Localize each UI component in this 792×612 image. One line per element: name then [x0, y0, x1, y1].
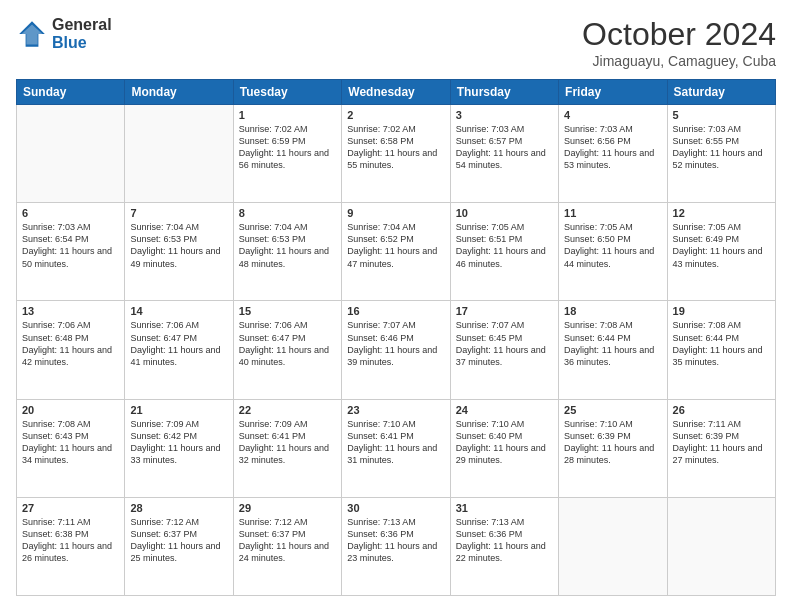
week-row-1: 1Sunrise: 7:02 AMSunset: 6:59 PMDaylight… — [17, 105, 776, 203]
day-number: 1 — [239, 109, 336, 121]
day-number: 14 — [130, 305, 227, 317]
logo-icon — [16, 18, 48, 50]
day-number: 21 — [130, 404, 227, 416]
week-row-5: 27Sunrise: 7:11 AMSunset: 6:38 PMDayligh… — [17, 497, 776, 595]
day-number: 12 — [673, 207, 770, 219]
cell-5-7 — [667, 497, 775, 595]
day-number: 19 — [673, 305, 770, 317]
day-number: 28 — [130, 502, 227, 514]
cell-content: Sunrise: 7:03 AMSunset: 6:55 PMDaylight:… — [673, 123, 770, 172]
week-row-3: 13Sunrise: 7:06 AMSunset: 6:48 PMDayligh… — [17, 301, 776, 399]
cell-2-1: 6Sunrise: 7:03 AMSunset: 6:54 PMDaylight… — [17, 203, 125, 301]
cell-4-5: 24Sunrise: 7:10 AMSunset: 6:40 PMDayligh… — [450, 399, 558, 497]
cell-content: Sunrise: 7:03 AMSunset: 6:54 PMDaylight:… — [22, 221, 119, 270]
cell-5-3: 29Sunrise: 7:12 AMSunset: 6:37 PMDayligh… — [233, 497, 341, 595]
cell-content: Sunrise: 7:10 AMSunset: 6:41 PMDaylight:… — [347, 418, 444, 467]
cell-content: Sunrise: 7:08 AMSunset: 6:44 PMDaylight:… — [673, 319, 770, 368]
logo-general-text: General — [52, 16, 112, 34]
day-number: 26 — [673, 404, 770, 416]
cell-1-4: 2Sunrise: 7:02 AMSunset: 6:58 PMDaylight… — [342, 105, 450, 203]
day-number: 9 — [347, 207, 444, 219]
cell-1-5: 3Sunrise: 7:03 AMSunset: 6:57 PMDaylight… — [450, 105, 558, 203]
header-row: Sunday Monday Tuesday Wednesday Thursday… — [17, 80, 776, 105]
month-title: October 2024 — [582, 16, 776, 53]
cell-content: Sunrise: 7:10 AMSunset: 6:40 PMDaylight:… — [456, 418, 553, 467]
col-thursday: Thursday — [450, 80, 558, 105]
cell-content: Sunrise: 7:09 AMSunset: 6:42 PMDaylight:… — [130, 418, 227, 467]
cell-2-2: 7Sunrise: 7:04 AMSunset: 6:53 PMDaylight… — [125, 203, 233, 301]
cell-content: Sunrise: 7:10 AMSunset: 6:39 PMDaylight:… — [564, 418, 661, 467]
header: General Blue October 2024 Jimaguayu, Cam… — [16, 16, 776, 69]
cell-1-2 — [125, 105, 233, 203]
day-number: 25 — [564, 404, 661, 416]
week-row-4: 20Sunrise: 7:08 AMSunset: 6:43 PMDayligh… — [17, 399, 776, 497]
cell-4-2: 21Sunrise: 7:09 AMSunset: 6:42 PMDayligh… — [125, 399, 233, 497]
cell-5-5: 31Sunrise: 7:13 AMSunset: 6:36 PMDayligh… — [450, 497, 558, 595]
day-number: 23 — [347, 404, 444, 416]
day-number: 5 — [673, 109, 770, 121]
day-number: 31 — [456, 502, 553, 514]
cell-content: Sunrise: 7:06 AMSunset: 6:47 PMDaylight:… — [239, 319, 336, 368]
day-number: 22 — [239, 404, 336, 416]
col-wednesday: Wednesday — [342, 80, 450, 105]
day-number: 30 — [347, 502, 444, 514]
cell-content: Sunrise: 7:11 AMSunset: 6:38 PMDaylight:… — [22, 516, 119, 565]
cell-content: Sunrise: 7:02 AMSunset: 6:58 PMDaylight:… — [347, 123, 444, 172]
cell-content: Sunrise: 7:06 AMSunset: 6:47 PMDaylight:… — [130, 319, 227, 368]
cell-4-7: 26Sunrise: 7:11 AMSunset: 6:39 PMDayligh… — [667, 399, 775, 497]
cell-content: Sunrise: 7:08 AMSunset: 6:44 PMDaylight:… — [564, 319, 661, 368]
day-number: 13 — [22, 305, 119, 317]
day-number: 10 — [456, 207, 553, 219]
day-number: 29 — [239, 502, 336, 514]
cell-3-1: 13Sunrise: 7:06 AMSunset: 6:48 PMDayligh… — [17, 301, 125, 399]
day-number: 24 — [456, 404, 553, 416]
cell-2-4: 9Sunrise: 7:04 AMSunset: 6:52 PMDaylight… — [342, 203, 450, 301]
cell-1-7: 5Sunrise: 7:03 AMSunset: 6:55 PMDaylight… — [667, 105, 775, 203]
logo-text: General Blue — [52, 16, 112, 51]
day-number: 8 — [239, 207, 336, 219]
cell-5-6 — [559, 497, 667, 595]
day-number: 3 — [456, 109, 553, 121]
col-friday: Friday — [559, 80, 667, 105]
cell-3-6: 18Sunrise: 7:08 AMSunset: 6:44 PMDayligh… — [559, 301, 667, 399]
cell-content: Sunrise: 7:13 AMSunset: 6:36 PMDaylight:… — [347, 516, 444, 565]
location: Jimaguayu, Camaguey, Cuba — [582, 53, 776, 69]
cell-1-1 — [17, 105, 125, 203]
cell-content: Sunrise: 7:05 AMSunset: 6:50 PMDaylight:… — [564, 221, 661, 270]
day-number: 18 — [564, 305, 661, 317]
week-row-2: 6Sunrise: 7:03 AMSunset: 6:54 PMDaylight… — [17, 203, 776, 301]
calendar-table: Sunday Monday Tuesday Wednesday Thursday… — [16, 79, 776, 596]
cell-content: Sunrise: 7:05 AMSunset: 6:51 PMDaylight:… — [456, 221, 553, 270]
cell-content: Sunrise: 7:13 AMSunset: 6:36 PMDaylight:… — [456, 516, 553, 565]
col-saturday: Saturday — [667, 80, 775, 105]
day-number: 16 — [347, 305, 444, 317]
cell-5-1: 27Sunrise: 7:11 AMSunset: 6:38 PMDayligh… — [17, 497, 125, 595]
cell-content: Sunrise: 7:12 AMSunset: 6:37 PMDaylight:… — [130, 516, 227, 565]
cell-5-2: 28Sunrise: 7:12 AMSunset: 6:37 PMDayligh… — [125, 497, 233, 595]
col-monday: Monday — [125, 80, 233, 105]
cell-4-4: 23Sunrise: 7:10 AMSunset: 6:41 PMDayligh… — [342, 399, 450, 497]
cell-2-6: 11Sunrise: 7:05 AMSunset: 6:50 PMDayligh… — [559, 203, 667, 301]
cell-content: Sunrise: 7:02 AMSunset: 6:59 PMDaylight:… — [239, 123, 336, 172]
cell-content: Sunrise: 7:08 AMSunset: 6:43 PMDaylight:… — [22, 418, 119, 467]
day-number: 2 — [347, 109, 444, 121]
cell-content: Sunrise: 7:04 AMSunset: 6:52 PMDaylight:… — [347, 221, 444, 270]
cell-4-6: 25Sunrise: 7:10 AMSunset: 6:39 PMDayligh… — [559, 399, 667, 497]
cell-content: Sunrise: 7:09 AMSunset: 6:41 PMDaylight:… — [239, 418, 336, 467]
day-number: 11 — [564, 207, 661, 219]
cell-content: Sunrise: 7:06 AMSunset: 6:48 PMDaylight:… — [22, 319, 119, 368]
cell-content: Sunrise: 7:07 AMSunset: 6:45 PMDaylight:… — [456, 319, 553, 368]
cell-content: Sunrise: 7:12 AMSunset: 6:37 PMDaylight:… — [239, 516, 336, 565]
cell-content: Sunrise: 7:04 AMSunset: 6:53 PMDaylight:… — [130, 221, 227, 270]
page: General Blue October 2024 Jimaguayu, Cam… — [0, 0, 792, 612]
day-number: 20 — [22, 404, 119, 416]
cell-3-2: 14Sunrise: 7:06 AMSunset: 6:47 PMDayligh… — [125, 301, 233, 399]
logo: General Blue — [16, 16, 112, 51]
cell-4-1: 20Sunrise: 7:08 AMSunset: 6:43 PMDayligh… — [17, 399, 125, 497]
cell-3-5: 17Sunrise: 7:07 AMSunset: 6:45 PMDayligh… — [450, 301, 558, 399]
col-tuesday: Tuesday — [233, 80, 341, 105]
cell-3-3: 15Sunrise: 7:06 AMSunset: 6:47 PMDayligh… — [233, 301, 341, 399]
cell-5-4: 30Sunrise: 7:13 AMSunset: 6:36 PMDayligh… — [342, 497, 450, 595]
cell-content: Sunrise: 7:04 AMSunset: 6:53 PMDaylight:… — [239, 221, 336, 270]
day-number: 15 — [239, 305, 336, 317]
